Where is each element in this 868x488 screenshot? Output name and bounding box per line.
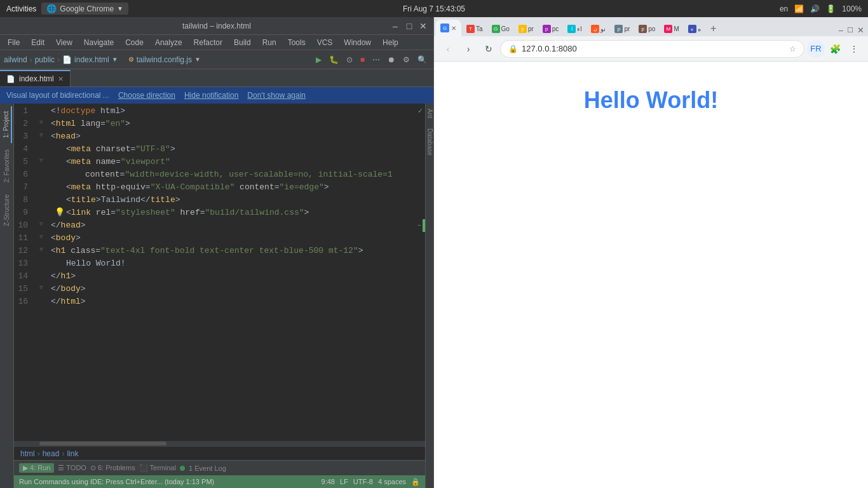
fold-12[interactable]: ▽ [37, 243, 46, 256]
settings-button[interactable]: ⚙ [400, 54, 412, 65]
chrome-ext-tab-m[interactable]: M M [660, 21, 682, 36]
sidebar-tab-database[interactable]: Database [425, 123, 434, 161]
chrome-ext-tab-ae[interactable]: ا اء [564, 21, 586, 36]
fold-10[interactable]: ▽ [37, 218, 46, 231]
tab-index-html[interactable]: 📄 index.html ✕ [0, 70, 71, 86]
active-tab-close[interactable]: ✕ [451, 25, 456, 32]
line-num-11: 11 [14, 232, 33, 245]
toolbar-dropdown-config[interactable]: ▼ [194, 56, 201, 63]
chrome-indicator[interactable]: 🌐 Google Chrome ▼ [41, 3, 128, 15]
menu-help[interactable]: Help [377, 37, 403, 48]
fold-5[interactable]: ▽ [37, 154, 46, 167]
record-button[interactable]: ⏺ [385, 54, 398, 65]
fold-2[interactable]: ▽ [37, 116, 46, 129]
menu-edit[interactable]: Edit [26, 37, 50, 48]
chrome-back-button[interactable]: ‹ [439, 40, 457, 58]
bc-head[interactable]: head [43, 449, 60, 458]
editor-scrollbar[interactable] [14, 441, 425, 446]
chrome-ext-tab-po[interactable]: p po [635, 21, 659, 36]
ide-close-button[interactable]: ✕ [418, 21, 428, 31]
ide-minimize-button[interactable]: – [390, 21, 400, 31]
bc-html[interactable]: html [20, 449, 35, 458]
sidebar-tab-structure[interactable]: Z-Structure [2, 189, 11, 231]
fold-3[interactable]: ▽ [37, 129, 46, 142]
chrome-minimize-button[interactable]: – [839, 25, 843, 35]
scrollbar-thumb[interactable] [39, 442, 166, 445]
menu-build[interactable]: Build [229, 37, 256, 48]
line-num-10: 10 [14, 219, 33, 232]
chrome-ext-tab-he[interactable]: ه ه [684, 21, 705, 36]
chrome-ext-tab-pr[interactable]: p pr [515, 21, 538, 36]
url-bar[interactable]: 🔒 127.0.0.1:8080 ☆ [500, 40, 804, 58]
code-line-8: <title>Tailwind</title> [51, 194, 425, 207]
bookmark-icon[interactable]: ☆ [789, 44, 796, 53]
notification-choose-direction[interactable]: Choose direction [118, 91, 175, 100]
code-content[interactable]: <!doctype html> ✓ <html lang="en"> <head… [46, 104, 425, 441]
chrome-close-button[interactable]: ✕ [857, 25, 864, 35]
tab-close-button[interactable]: ✕ [58, 75, 64, 83]
chrome-ext-tab-go[interactable]: G Go [488, 21, 513, 36]
chrome-forward-button[interactable]: › [459, 40, 477, 58]
url-text: 127.0.0.1:8080 [522, 44, 577, 53]
menu-refactor[interactable]: Refactor [189, 37, 227, 48]
stop-button[interactable]: ■ [358, 54, 367, 65]
notification-hide[interactable]: Hide notification [184, 91, 238, 100]
todo-status[interactable]: ☰ TODO [58, 464, 86, 472]
profile-icon[interactable]: FR [807, 40, 825, 58]
bc-link[interactable]: link [67, 449, 78, 458]
debug-button[interactable]: 🐛 [327, 54, 341, 65]
problems-status[interactable]: ⊙ 6: Problems [90, 464, 135, 472]
terminal-status[interactable]: ⬛ Terminal [139, 464, 176, 472]
sidebar-tab-project[interactable]: 1: Project [1, 106, 12, 143]
activities-button[interactable]: Activities [6, 4, 36, 13]
extension-puzzle-icon[interactable]: 🧩 [826, 40, 844, 58]
green-bar-10 [423, 219, 425, 232]
ext-icon-m: M [664, 25, 672, 33]
chrome-maximize-button[interactable]: ☐ [847, 26, 853, 34]
ide-maximize-button[interactable]: □ [404, 21, 414, 31]
fold-1 [37, 104, 46, 116]
chrome-new-tab-button[interactable]: + [706, 21, 721, 36]
chrome-tab-active[interactable]: G ✕ [435, 20, 461, 36]
menu-view[interactable]: View [51, 37, 78, 48]
event-log-status[interactable]: 1 Event Log [189, 464, 226, 472]
chrome-dropdown-icon[interactable]: ▼ [117, 5, 123, 12]
menu-window[interactable]: Window [339, 37, 376, 48]
lang-indicator[interactable]: en [780, 4, 788, 13]
toolbar-breadcrumb: ailwind › public › 📄 index.html ▼ [4, 55, 118, 64]
menu-analyze[interactable]: Analyze [150, 37, 187, 48]
more-button[interactable]: ⋯ [370, 54, 383, 65]
profile-button[interactable]: ⊙ [344, 54, 355, 65]
menu-file[interactable]: File [3, 37, 25, 48]
search-button[interactable]: 🔍 [415, 54, 430, 65]
check-1: ✓ [418, 105, 423, 118]
active-tab-icon: G [440, 24, 449, 32]
fold-15[interactable]: ▽ [37, 281, 46, 294]
menu-navigate[interactable]: Navigate [79, 37, 119, 48]
sidebar-tab-ant[interactable]: Ant [425, 104, 434, 123]
chrome-window-controls: – ☐ ✕ [839, 25, 867, 36]
code-line-2: <html lang="en"> [51, 118, 425, 130]
toolbar-dropdown-file[interactable]: ▼ [112, 56, 118, 63]
chrome-menu-button[interactable]: ⋮ [845, 40, 863, 58]
fold-11[interactable]: ▽ [37, 231, 46, 243]
code-line-16: </html> [51, 295, 425, 308]
sidebar-tab-favorites[interactable]: 2: Favorites [2, 144, 11, 187]
chrome-ext-tab-pr2[interactable]: p pr [611, 21, 634, 36]
notification-dont-show[interactable]: Don't show again [247, 91, 306, 100]
chrome-ext-tab-ta[interactable]: T Ta [463, 21, 487, 36]
menu-code[interactable]: Code [120, 37, 149, 48]
chrome-ext-tab-no[interactable]: ن نو [587, 21, 609, 36]
ext-icon-ae: ا [567, 25, 576, 33]
menu-run[interactable]: Run [257, 37, 281, 48]
run-status[interactable]: ▶ 4: Run [19, 463, 54, 473]
run-button[interactable]: ▶ [313, 54, 324, 65]
menu-vcs[interactable]: VCS [312, 37, 338, 48]
chrome-reload-button[interactable]: ↻ [480, 40, 498, 58]
fold-13 [37, 256, 46, 269]
tab-label: index.html [19, 74, 54, 83]
menu-tools[interactable]: Tools [283, 37, 311, 48]
code-editor-wrapper[interactable]: 1 2 3 4 5 6 7 8 9 10 11 12 13 14 [14, 104, 425, 441]
line-num-3: 3 [14, 130, 33, 143]
chrome-ext-tab-pc[interactable]: p pc [539, 21, 563, 36]
